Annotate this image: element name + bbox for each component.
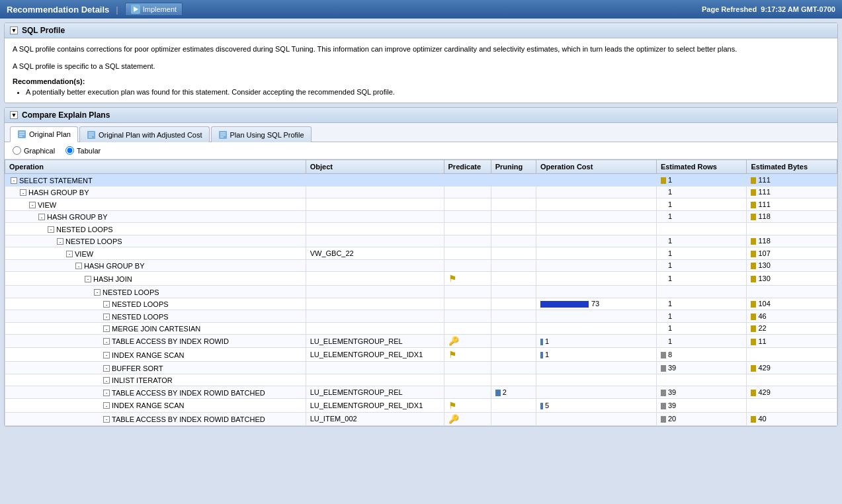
object-cell xyxy=(306,223,444,235)
pruning-cell xyxy=(491,322,536,335)
expand-icon[interactable]: - xyxy=(103,377,110,384)
expand-icon[interactable]: - xyxy=(103,416,110,423)
filter-icon: 🔑 xyxy=(448,336,459,346)
tabular-radio[interactable] xyxy=(65,146,74,155)
rec-header: Recommendation(s): xyxy=(13,77,829,85)
expand-icon[interactable]: - xyxy=(103,301,110,308)
tab-original-plan[interactable]: Original Plan xyxy=(10,126,78,142)
sql-profile-section: ▼ SQL Profile A SQL profile contains cor… xyxy=(4,22,838,103)
col-pruning: Pruning xyxy=(491,160,536,174)
pruning-bar xyxy=(495,390,501,396)
est-rows-icon-gray xyxy=(661,390,666,396)
pruning-cell xyxy=(491,335,536,348)
expand-icon[interactable]: - xyxy=(38,214,45,220)
op-text: HASH JOIN xyxy=(93,275,132,283)
table-row: -BUFFER SORT39429 xyxy=(5,362,837,374)
op-text: MERGE JOIN CARTESIAN xyxy=(112,325,200,333)
object-cell: LU_ELEMENTGROUP_REL_IDX1 xyxy=(306,398,444,412)
expand-icon[interactable]: - xyxy=(85,276,91,282)
pruning-cell: 2 xyxy=(491,386,536,399)
est-bytes-cell: 111 xyxy=(747,174,837,187)
tab-label-adjusted: Original Plan with Adjusted Cost xyxy=(99,131,202,139)
col-cost: Operation Cost xyxy=(536,160,656,174)
cost-cell xyxy=(536,412,656,425)
graphical-radio[interactable] xyxy=(13,146,21,155)
expand-icon[interactable]: - xyxy=(103,325,110,332)
op-text: TABLE ACCESS BY INDEX ROWID BATCHED xyxy=(112,415,265,423)
op-text: NESTED LOOPS xyxy=(56,226,113,233)
est-rows-cell: 1 xyxy=(656,198,747,211)
implement-button[interactable]: Implement xyxy=(125,3,183,16)
sql-profile-toggle[interactable]: ▼ xyxy=(10,26,18,34)
op-cell: -HASH JOIN xyxy=(5,272,306,286)
op-cell: -NESTED LOOPS xyxy=(5,235,306,247)
object-cell xyxy=(306,210,444,223)
est-rows-cell xyxy=(656,374,747,386)
plan-table-wrap[interactable]: Operation Object Predicate Pruning Opera… xyxy=(5,159,837,426)
expand-icon[interactable]: - xyxy=(103,352,110,358)
est-rows-cell: 1 xyxy=(656,298,747,310)
table-row: -NESTED LOOPS1118 xyxy=(5,235,837,247)
expand-icon[interactable]: - xyxy=(20,189,26,196)
pruning-cell xyxy=(491,286,536,298)
expand-icon[interactable]: - xyxy=(48,226,54,233)
sql-profile-title: SQL Profile xyxy=(22,26,65,35)
pruning-cell xyxy=(491,310,536,323)
expand-icon[interactable]: - xyxy=(103,314,110,320)
expand-icon[interactable]: - xyxy=(103,402,110,409)
est-bytes-icon-yellow xyxy=(751,339,756,345)
est-rows-spacer xyxy=(661,301,666,308)
expand-icon[interactable]: - xyxy=(57,238,63,245)
est-bytes-icon-yellow xyxy=(751,276,756,282)
rec-list: A potentially better execution plan was … xyxy=(13,88,829,96)
expand-icon[interactable]: - xyxy=(11,177,17,184)
table-row: -HASH GROUP BY1111 xyxy=(5,186,837,198)
predicate-cell xyxy=(444,198,491,211)
expand-icon[interactable]: - xyxy=(103,338,110,345)
expand-icon[interactable]: - xyxy=(66,251,73,257)
predicate2-icon: ⚑ xyxy=(448,400,457,411)
tabular-option[interactable]: Tabular xyxy=(65,146,101,155)
pruning-cell xyxy=(491,298,536,310)
predicate-cell xyxy=(444,386,491,399)
table-row: -INDEX RANGE SCANLU_ELEMENTGROUP_REL_IDX… xyxy=(5,348,837,362)
expand-icon[interactable]: - xyxy=(75,263,82,269)
est-bytes-icon-yellow xyxy=(751,390,756,396)
op-text: INDEX RANGE SCAN xyxy=(112,351,184,359)
object-cell xyxy=(306,272,444,286)
op-text: HASH GROUP BY xyxy=(47,213,108,221)
tab-label-profile: Plan Using SQL Profile xyxy=(230,131,304,139)
est-rows-cell: 1 xyxy=(656,272,747,286)
graphical-label: Graphical xyxy=(24,147,55,155)
expand-icon[interactable]: - xyxy=(29,202,36,208)
sql-profile-body: A SQL profile contains corrections for p… xyxy=(5,38,837,103)
sql-profile-header[interactable]: ▼ SQL Profile xyxy=(5,23,837,38)
cost-cell: 5 xyxy=(536,398,656,412)
table-row: -NESTED LOOPS xyxy=(5,223,837,235)
plan-table: Operation Object Predicate Pruning Opera… xyxy=(5,159,837,426)
cost-cell xyxy=(536,310,656,323)
object-cell xyxy=(306,310,444,323)
predicate-cell xyxy=(444,235,491,247)
table-row: -HASH GROUP BY1130 xyxy=(5,259,837,272)
est-bytes-cell: 111 xyxy=(747,198,837,211)
op-text: VIEW xyxy=(75,250,93,258)
expand-icon[interactable]: - xyxy=(103,365,110,372)
est-rows-cell: 1 xyxy=(656,335,747,348)
tab-profile-plan[interactable]: Plan Using SQL Profile xyxy=(211,126,312,142)
op-text: NESTED LOOPS xyxy=(112,300,169,308)
cost-cell xyxy=(536,198,656,211)
rec-item-0: A potentially better execution plan was … xyxy=(26,88,829,96)
tab-icon-profile xyxy=(218,130,228,140)
pruning-cell xyxy=(491,348,536,362)
compare-header[interactable]: ▼ Compare Explain Plans xyxy=(5,108,837,123)
compare-toggle[interactable]: ▼ xyxy=(10,111,18,119)
op-cell: -NESTED LOOPS xyxy=(5,223,306,235)
svg-marker-0 xyxy=(134,7,138,12)
table-row: -NESTED LOOPS xyxy=(5,286,837,298)
expand-icon[interactable]: - xyxy=(94,289,101,296)
op-text: HASH GROUP BY xyxy=(28,189,89,196)
expand-icon[interactable]: - xyxy=(103,390,110,396)
tab-adjusted-plan[interactable]: Original Plan with Adjusted Cost xyxy=(79,126,210,142)
graphical-option[interactable]: Graphical xyxy=(13,146,55,155)
